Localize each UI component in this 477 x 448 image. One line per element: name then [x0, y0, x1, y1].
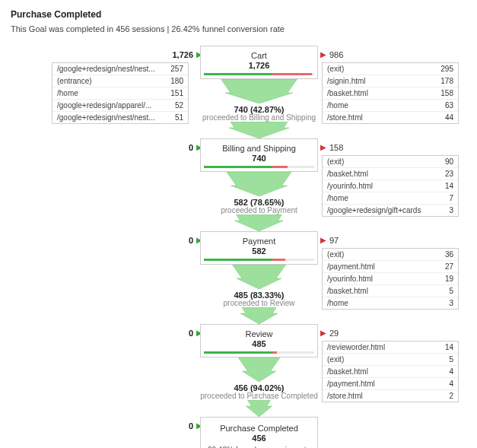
table-row: /google+redesign/nest/nest...257 [52, 63, 188, 75]
row-path: /payment.html [327, 262, 375, 271]
exit-count: 97 [329, 236, 339, 245]
step-progress-bar [204, 351, 314, 354]
table-row: /basket.html158 [323, 87, 458, 100]
row-path: /signin.html [327, 77, 366, 85]
row-count: 51 [175, 113, 183, 122]
row-count: 178 [440, 77, 453, 85]
row-path: /yourinfo.html [327, 182, 373, 190]
funnel-container: 1,726▶/google+redesign/nest/nest...257(e… [6, 46, 470, 448]
table-row: /home63 [323, 100, 458, 112]
table-row: /google+redesign/nest/nest...51 [52, 112, 188, 123]
table-row: /basket.html4 [323, 366, 458, 378]
funnel-arrow-icon [200, 214, 318, 231]
funnel-stage: 0▶Payment582485 (83.33%)proceeded to Rev… [6, 231, 470, 324]
exit-arrow-icon: ▶ [320, 236, 326, 244]
row-count: 295 [440, 65, 453, 73]
row-path: (exit) [327, 250, 344, 259]
step-name: Payment [204, 237, 314, 246]
entry-count: 0 [189, 421, 193, 431]
exit-arrow-icon: ▶ [320, 50, 326, 59]
row-path: /basket.html [327, 170, 368, 178]
table-row: /home7 [323, 192, 458, 205]
row-count: 14 [445, 343, 453, 351]
row-path: (entrance) [57, 77, 92, 85]
step-name: Review [204, 329, 314, 338]
row-path: /payment.html [327, 380, 375, 388]
right-exit-table: (exit)295/signin.html178/basket.html158/… [322, 62, 459, 124]
table-row: (exit)295 [323, 63, 458, 75]
row-path: /store.html [327, 113, 363, 122]
row-path: /home [57, 89, 78, 97]
table-row: /home3 [323, 297, 458, 309]
row-path: /google+redesign/apparel/... [57, 101, 151, 110]
row-count: 180 [170, 77, 183, 85]
row-count: 5 [449, 355, 453, 364]
funnel-stage: 0▶Billing and Shipping740582 (78.65%)pro… [6, 138, 470, 231]
row-count: 52 [175, 101, 183, 110]
right-exit-table: (exit)36/payment.html27/yourinfo.html19/… [322, 248, 459, 310]
right-exit-table: /revieworder.html14(exit)5/basket.html4/… [322, 341, 459, 402]
funnel-stage: 0▶Review485456 (94.02%)proceeded to Purc… [6, 324, 470, 417]
step-box: Billing and Shipping740 [200, 138, 318, 172]
table-row: /store.html2 [323, 390, 458, 402]
step-progress-bar [204, 166, 314, 168]
row-path: /store.html [327, 392, 363, 400]
table-row: /basket.html23 [323, 168, 458, 180]
step-box: Payment582 [200, 231, 318, 265]
exit-count: 986 [329, 50, 343, 59]
step-box: Cart1,726 [200, 46, 318, 79]
row-count: 3 [449, 206, 453, 214]
exit-arrow-icon: ▶ [320, 329, 326, 337]
row-path: /google+redesign/gift+cards [327, 206, 421, 214]
table-row: /payment.html4 [323, 378, 458, 390]
row-path: /home [327, 101, 348, 110]
proceeded-label: proceeded to Purchase Completed [200, 392, 318, 400]
table-row: (entrance)180 [52, 75, 188, 87]
step-progress-bar [204, 73, 314, 75]
table-row: /google+redesign/apparel/...52 [52, 100, 188, 112]
row-count: 44 [445, 113, 453, 122]
funnel-arrow-icon [200, 307, 318, 324]
transition-block: 740 (42.87%)proceeded to Billing and Shi… [202, 105, 316, 122]
step-progress-bar [204, 259, 314, 261]
row-count: 4 [449, 367, 453, 376]
step-count: 582 [204, 246, 314, 256]
transition-block: 485 (83.33%)proceeded to Review [224, 291, 295, 307]
row-count: 23 [445, 170, 453, 178]
row-count: 19 [445, 275, 453, 283]
row-count: 158 [440, 89, 453, 97]
row-path: (exit) [327, 355, 344, 364]
row-path: /basket.html [327, 89, 368, 97]
row-count: 4 [449, 380, 453, 388]
transition-block: 582 (78.65%)proceeded to Payment [221, 198, 297, 214]
table-row: /store.html44 [323, 112, 458, 123]
row-count: 14 [445, 182, 453, 190]
step-count: 456 [205, 434, 313, 443]
row-count: 3 [449, 299, 453, 307]
row-path: /home [327, 299, 348, 307]
funnel-arrow-icon [200, 400, 318, 417]
step-name: Purchase Completed [205, 424, 313, 433]
table-row: (exit)5 [323, 354, 458, 366]
funnel-arrow-icon [200, 265, 318, 289]
exit-arrow-icon: ▶ [320, 143, 326, 151]
table-row: /home151 [52, 87, 188, 100]
table-row: /google+redesign/gift+cards3 [323, 205, 458, 216]
table-row: /payment.html27 [323, 261, 458, 273]
row-count: 257 [170, 65, 183, 73]
step-count: 740 [204, 154, 314, 163]
row-path: /yourinfo.html [327, 275, 373, 283]
final-step-box: Purchase Completed45626.42% funnel conve… [200, 417, 318, 448]
entry-count: 1,726 [172, 50, 193, 59]
row-path: /google+redesign/nest/nest... [57, 113, 155, 122]
step-box: Review485 [200, 324, 318, 357]
step-name: Cart [204, 51, 314, 60]
proceeded-label: proceeded to Review [224, 299, 295, 307]
row-count: 90 [445, 157, 453, 166]
row-path: (exit) [327, 65, 344, 73]
proceeded-label: proceeded to Payment [221, 206, 297, 214]
row-count: 36 [445, 250, 453, 259]
table-row: (exit)90 [323, 156, 458, 168]
left-exit-table: /google+redesign/nest/nest...257(entranc… [52, 62, 189, 124]
row-count: 5 [449, 287, 453, 295]
